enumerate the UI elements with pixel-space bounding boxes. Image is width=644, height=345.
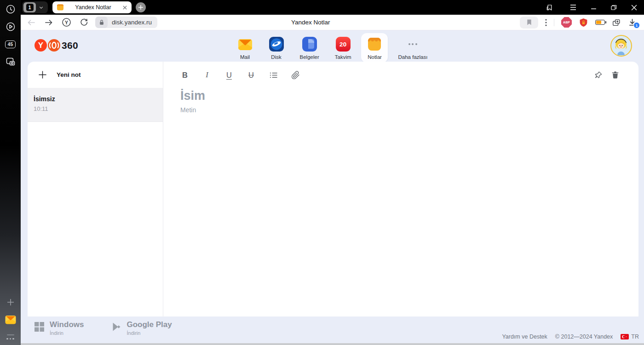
help-support-link[interactable]: Yardım ve Destek	[502, 334, 547, 340]
side-panel-icon[interactable]	[539, 0, 559, 15]
underline-button[interactable]: U	[224, 69, 234, 80]
y360-aperture-icon	[48, 39, 60, 52]
calendar-app-icon: 20	[335, 36, 351, 52]
strikethrough-button[interactable]: U	[247, 69, 256, 80]
note-list-item[interactable]: İsimsiz 10:11	[28, 88, 163, 122]
back-icon[interactable]	[24, 17, 38, 29]
toolbar-divider	[554, 19, 554, 26]
delete-note-button[interactable]	[610, 69, 620, 80]
browser-menu-icon[interactable]	[563, 0, 583, 15]
rail-more-icon[interactable]	[6, 338, 14, 340]
note-title: İsimsiz	[34, 95, 156, 103]
notes-app-panel: Yeni not İsimsiz 10:11 B I U U	[28, 62, 638, 316]
google-play-download-link[interactable]: Google Play İndirin	[111, 321, 172, 336]
browser-chrome: 1 Yandex Notlar	[21, 0, 644, 345]
window-bottom-edge	[21, 343, 644, 345]
yandex-360-logo[interactable]: Y 360	[34, 39, 78, 52]
window-controls	[539, 0, 644, 15]
screenshot-icon[interactable]	[5, 56, 17, 68]
editor-actions	[593, 69, 620, 80]
page-header: Y 360	[21, 30, 644, 62]
tab-count-badge[interactable]: 45	[5, 38, 17, 50]
bookmark-icon[interactable]	[520, 17, 538, 29]
adblock-extension-icon[interactable]: ABP	[561, 17, 572, 28]
google-play-title: Google Play	[126, 321, 172, 329]
rail-divider	[7, 334, 14, 335]
yandex-logo-icon: Y	[34, 39, 47, 52]
pin-note-button[interactable]	[593, 69, 603, 80]
notes-favicon	[57, 4, 64, 11]
turkish-flag-icon	[621, 334, 629, 339]
tab-group-button[interactable]: 1	[22, 1, 48, 13]
store-badges: Windows İndirin Google Play	[34, 321, 172, 336]
note-title-input[interactable]: İsim	[180, 89, 638, 103]
windows-download-link[interactable]: Windows İndirin	[34, 321, 84, 336]
yandex-360-page: Y 360	[21, 30, 644, 345]
restore-button[interactable]	[604, 0, 624, 15]
windows-title: Windows	[50, 321, 84, 329]
bullet-list-button[interactable]	[269, 69, 278, 80]
bold-button[interactable]: B	[180, 69, 190, 80]
lock-icon[interactable]	[95, 17, 108, 28]
page-footer: Windows İndirin Google Play	[21, 316, 644, 343]
tab-bar: 1 Yandex Notlar	[21, 0, 644, 15]
svg-text:Y: Y	[64, 20, 68, 25]
language-switcher[interactable]: TR	[621, 334, 639, 340]
apps-navigation: Mail Disk	[232, 33, 433, 63]
page-title: Yandex Notlar	[291, 15, 330, 30]
nav-item-notlar[interactable]: Notlar	[362, 33, 388, 63]
close-tab-icon[interactable]	[122, 5, 127, 10]
calendar-date-badge: 20	[336, 37, 351, 52]
windows-subtitle: İndirin	[50, 330, 84, 336]
yandex-search-icon[interactable]: Y	[59, 17, 73, 29]
protect-shield-icon[interactable]	[579, 17, 588, 28]
passwords-icon[interactable]	[612, 18, 621, 27]
italic-button[interactable]: I	[202, 69, 212, 80]
forward-icon[interactable]	[42, 17, 56, 29]
logo-360-text: 360	[62, 40, 78, 51]
new-tab-button[interactable]	[136, 2, 146, 12]
browser-window: 45	[0, 0, 644, 345]
notes-app-icon	[367, 36, 383, 52]
google-play-subtitle: İndirin	[126, 330, 172, 336]
note-body-input[interactable]: Metin	[180, 106, 638, 114]
documents-app-icon	[302, 36, 317, 52]
browser-side-rail: 45	[0, 0, 21, 345]
nav-item-daha-fazlasi[interactable]: Daha fazlası	[393, 33, 433, 63]
rail-bottom-group	[5, 296, 17, 345]
reload-icon[interactable]	[77, 17, 91, 29]
address-bar[interactable]: disk.yandex.ru	[95, 17, 157, 28]
battery-saver-icon[interactable]	[595, 20, 605, 25]
downloads-icon[interactable]: 1	[628, 18, 637, 27]
browser-toolbar: Y disk.yandex.ru Yandex Notlar	[21, 15, 644, 30]
yandex-mail-shortcut-icon[interactable]	[5, 314, 17, 326]
editor-toolbar: B I U U	[180, 68, 638, 82]
windows-icon	[34, 322, 44, 336]
copyright-text: © 2012—2024 Yandex	[555, 334, 613, 340]
nav-item-belgeler[interactable]: Belgeler	[294, 33, 325, 63]
more-apps-icon	[405, 36, 420, 52]
tab-group-count-chip: 1	[23, 2, 36, 12]
add-panel-icon[interactable]	[5, 296, 17, 308]
new-note-button[interactable]: Yeni not	[28, 62, 163, 88]
note-time: 10:11	[34, 105, 156, 112]
tab-yandex-notlar[interactable]: Yandex Notlar	[52, 1, 132, 13]
nav-item-mail[interactable]: Mail	[232, 33, 259, 63]
download-count-badge: 1	[633, 22, 640, 29]
minimize-button[interactable]	[583, 0, 604, 15]
nav-item-takvim[interactable]: 20 Takvim	[329, 33, 357, 63]
nav-item-disk[interactable]: Disk	[263, 33, 290, 63]
url-text: disk.yandex.ru	[108, 19, 157, 26]
toolbar-right-group: ABP	[520, 17, 644, 29]
chevron-down-icon[interactable]	[36, 5, 46, 11]
toolbar-more-icon[interactable]	[545, 19, 547, 26]
plus-icon	[38, 70, 47, 80]
google-play-icon	[111, 322, 121, 336]
video-player-icon[interactable]	[5, 21, 17, 33]
note-editor: B I U U	[163, 62, 638, 316]
close-window-button[interactable]	[624, 0, 644, 15]
history-icon[interactable]	[5, 3, 17, 15]
user-avatar[interactable]	[610, 35, 632, 57]
disk-app-icon	[269, 36, 284, 52]
attach-file-button[interactable]	[291, 69, 300, 80]
